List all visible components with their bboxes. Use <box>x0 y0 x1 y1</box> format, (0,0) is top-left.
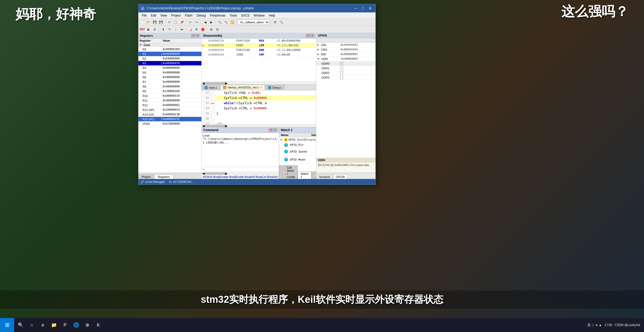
gpioa-checkbox-odr1[interactable] <box>340 67 343 70</box>
menu-help[interactable]: Help <box>267 13 277 18</box>
menu-file[interactable]: File <box>140 13 149 18</box>
minimize-button[interactable]: ─ <box>352 5 359 11</box>
gpioa-row-odr[interactable]: ODR 0x0000A001 <box>316 57 375 61</box>
gpioa-checkbox-odr0[interactable]: ✓ <box>340 62 343 65</box>
menu-project[interactable]: Project <box>169 13 183 18</box>
tab-project[interactable]: Project <box>138 175 154 179</box>
reg-row-r5[interactable]: R5 0x00000000 <box>138 70 201 75</box>
reg-row-r15[interactable]: R15 (PC) 0x0800025E <box>138 117 201 122</box>
menu-window[interactable]: Window <box>252 13 267 18</box>
gpioa-row-crh[interactable]: CRH 0x88844444 <box>316 47 375 52</box>
disasm-row-1[interactable]: ▶ 0x0800025E 6909 LDR r1,[r1,#0x10] <box>202 43 316 48</box>
debug-view-btn[interactable]: ⊞ <box>208 27 214 32</box>
tab-close-startup[interactable]: ✕ <box>260 86 262 89</box>
start-button[interactable]: ⊞ <box>0 318 14 332</box>
run-cursor-btn[interactable]: ➡ <box>179 27 185 32</box>
taskbar-chrome-icon[interactable]: 🌐 <box>71 320 81 330</box>
disasm-content[interactable]: ▶ 0x0800025A F04F21E0 MOV r1,#0xE000E000… <box>202 39 316 81</box>
mem-map-btn[interactable]: 📊 <box>187 27 193 32</box>
close-button[interactable]: ✕ <box>367 5 373 11</box>
gpioa-row-odr3[interactable]: ODR3 <box>316 75 375 80</box>
tab-trace-exceptions[interactable]: 📋 Trace Exceptions <box>311 171 316 179</box>
disasm-pin-btn[interactable]: 📌 <box>306 34 310 37</box>
tab-delay-c[interactable]: c Delay.c <box>265 85 285 90</box>
new-btn[interactable]: 📄 <box>139 19 145 25</box>
reg-row-xpsr[interactable]: xPSR 0x61000000 <box>138 122 201 126</box>
watch-btn[interactable]: 👁 <box>194 27 199 32</box>
tab-main-c[interactable]: c main.c <box>202 85 220 90</box>
tab-registers[interactable]: Registers <box>154 175 173 179</box>
paste-btn[interactable]: 📌 <box>179 19 185 25</box>
gpioa-row-odr1[interactable]: ODR1 <box>316 66 375 71</box>
gpioa-row-odr2[interactable]: ODR2 <box>316 71 375 75</box>
search-btn[interactable]: 🔍 <box>278 19 284 25</box>
gpioa-row-crl[interactable]: CRL 0x44444443 <box>316 43 375 47</box>
reg-row-r0[interactable]: R0 0x000003E8 <box>138 47 201 52</box>
watch-row-gpio-mode[interactable]: f GPIO_Mode 0x10 GPIO_Mode_Out_PP <box>279 156 316 164</box>
options-btn[interactable]: ⚙ <box>272 19 278 25</box>
reg-row-r7[interactable]: R7 0x00000000 <box>138 80 201 84</box>
reg-row-r3[interactable]: R3 0x00000058 <box>138 61 201 66</box>
nav-fwd-btn[interactable]: ▶ <box>208 19 214 25</box>
registers-table[interactable]: Core R0 0x000003E8 R1 0x0E000E00 R2 0xE0… <box>138 43 201 173</box>
gpioa-checkbox-odr3[interactable] <box>340 76 343 79</box>
redo-btn[interactable]: ↪ <box>194 19 199 25</box>
registers-pin-btn[interactable]: 📌 <box>191 34 195 37</box>
reg-row-r10[interactable]: R10 0x080005C0 <box>138 94 201 98</box>
cmd-input[interactable] <box>206 168 278 171</box>
disasm-row-2[interactable]: ▶ 0x08000260 F4013180 AND r1,r1,#0x10000 <box>202 48 316 52</box>
copy-btn[interactable]: 📋 <box>173 19 178 25</box>
watch-row-gpio-init[interactable]: S GPIO_InitStructure <not in scope> <box>279 137 316 142</box>
reg-row-r2[interactable]: R2 0xE000E000 <box>138 56 201 61</box>
watch-row-gpio-pin[interactable]: f GPIO_Pin 0x0001 <box>279 142 316 148</box>
taskbar-edge-icon[interactable]: e <box>38 320 48 330</box>
tab-startup[interactable]: s startup_stm32f10x_md.s ✕ <box>220 85 265 90</box>
undo-btn[interactable]: ↩ <box>187 19 193 25</box>
disasm-right-arrow[interactable]: ▶ <box>225 81 227 85</box>
gpioa-checkbox-odr2[interactable] <box>340 71 343 74</box>
menu-flash[interactable]: Flash <box>183 13 194 18</box>
taskbar-search-icon[interactable]: 🔍 <box>15 320 26 330</box>
menu-debug[interactable]: Debug <box>195 13 208 18</box>
save-btn[interactable]: 💾 <box>152 19 158 25</box>
menu-view[interactable]: View <box>158 13 169 18</box>
reg-row-r1[interactable]: R1 0x0E000E00 <box>138 52 201 56</box>
code-editor[interactable]: 11 SysTick->VAL = 0x00; 12 SysTick->CTRL… <box>202 90 316 124</box>
rst-btn[interactable]: RST <box>139 27 145 32</box>
menu-edit[interactable]: Edit <box>149 13 158 18</box>
breakpoint-btn[interactable]: 🔴 <box>200 27 206 32</box>
stop-btn[interactable]: ⏸ <box>152 27 158 32</box>
reg-row-r14[interactable]: R14 (LR) 0x0800023B <box>138 112 201 117</box>
tab-call-stack[interactable]: 📋 Call Stack + Locals <box>279 165 298 179</box>
run-btn[interactable]: ▶ <box>146 27 151 32</box>
open-btn[interactable]: 📂 <box>146 19 151 25</box>
tab-watch1[interactable]: Watch 1 <box>298 171 311 179</box>
maximize-button[interactable]: □ <box>359 5 366 11</box>
step-in-btn[interactable]: ⬇ <box>160 27 166 32</box>
taskbar-ppt-icon[interactable]: P <box>60 320 70 330</box>
command-close-btn[interactable]: ✕ <box>273 128 277 132</box>
gpioa-tree[interactable]: CRL 0x44444443 CRH 0x88844444 IDR 0x0000… <box>316 43 375 158</box>
editor-scrollbar-h[interactable]: ◀ ▶ <box>202 124 316 127</box>
gpioa-header-checkbox[interactable] <box>371 39 374 42</box>
tab-gpioa[interactable]: GPIOA <box>333 175 348 179</box>
watch-row-gpio-speed[interactable]: f GPIO_Speed 0x03 GPIO_Speed_50MHz <box>279 148 316 156</box>
build-all-btn[interactable]: 🔨 <box>223 19 229 25</box>
peripheral-btn[interactable]: ⊟ <box>215 27 220 32</box>
target-dropdown[interactable]: rtc_callback_alarm <box>238 20 269 25</box>
cmd-scroll-thumb[interactable] <box>205 172 225 175</box>
disasm-scroll-thumb[interactable] <box>205 82 225 84</box>
reg-row-r13[interactable]: R13 (SP) 0x20000654 <box>138 108 201 112</box>
disasm-scrollbar-h[interactable]: ◀ ▶ <box>202 81 316 85</box>
editor-scroll-thumb[interactable] <box>205 125 225 127</box>
taskbar-cortana-icon[interactable]: ○ <box>27 320 37 330</box>
reg-row-r9[interactable]: R9 0x20000160 <box>138 89 201 94</box>
taskbar-vs-icon[interactable]: ⊕ <box>82 320 92 330</box>
build-btn[interactable]: 🔨 <box>217 19 223 25</box>
step-out-btn[interactable]: ↑ <box>173 27 178 32</box>
disasm-left-arrow[interactable]: ◀ <box>202 81 205 85</box>
reg-row-r4[interactable]: R4 0x00000000 <box>138 66 201 70</box>
command-pin-btn[interactable]: 📌 <box>269 128 273 132</box>
nav-back-btn[interactable]: ◀ <box>202 19 208 25</box>
disasm-row-0[interactable]: ▶ 0x0800025A F04F21E0 MOV r1,#0xE000E000 <box>202 39 316 43</box>
